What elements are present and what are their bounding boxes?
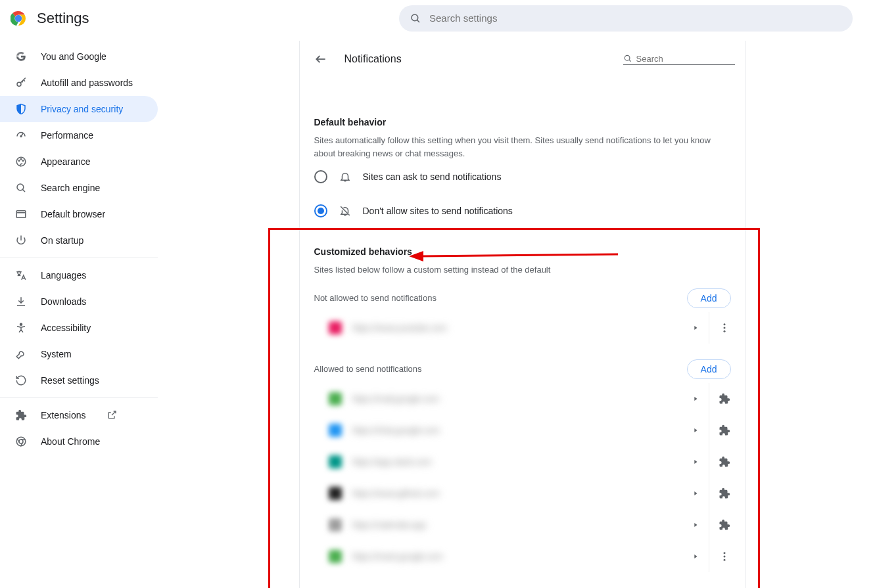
blocked-list-header: Not allowed to send notifications Add: [300, 277, 745, 312]
section-desc: Sites listed below follow a custom setti…: [314, 263, 731, 277]
svg-point-5: [17, 82, 21, 86]
sidebar-item-downloads[interactable]: Downloads: [0, 288, 158, 315]
svg-rect-14: [16, 211, 26, 218]
site-favicon-icon: [329, 321, 342, 334]
site-row[interactable]: https://meet.google.com: [300, 541, 745, 572]
sidebar-item-label: Reset settings: [41, 375, 99, 386]
radio-button[interactable]: [314, 170, 327, 183]
sidebar-item-default-browser[interactable]: Default browser: [0, 201, 158, 227]
site-url: https://calendar.app: [352, 520, 426, 530]
sidebar-item-you-and-google[interactable]: You and Google: [0, 43, 158, 70]
download-icon: [14, 295, 28, 308]
svg-point-2: [16, 16, 21, 21]
page-search-box[interactable]: [623, 54, 735, 65]
sidebar-item-label: Extensions: [41, 410, 85, 420]
sidebar-item-performance[interactable]: Performance: [0, 122, 158, 148]
svg-point-10: [20, 159, 22, 160]
site-favicon-icon: [329, 487, 342, 500]
speedometer-icon: [14, 129, 28, 142]
expand-caret-icon[interactable]: [682, 396, 709, 402]
search-settings-box[interactable]: [399, 5, 853, 32]
back-button[interactable]: [310, 49, 331, 70]
allowed-label: Allowed to send notifications: [314, 364, 422, 374]
sidebar-item-system[interactable]: System: [0, 341, 158, 367]
sidebar-item-reset-settings[interactable]: Reset settings: [0, 367, 158, 394]
expand-caret-icon[interactable]: [682, 459, 709, 465]
site-row[interactable]: https://www.youtube.com: [300, 312, 745, 344]
site-row[interactable]: https://chat.google.com: [300, 415, 745, 446]
site-row[interactable]: https://calendar.app: [300, 509, 745, 541]
sidebar-item-label: Accessibility: [41, 323, 91, 333]
sidebar-item-label: Appearance: [41, 156, 91, 167]
page-search-input[interactable]: [636, 54, 735, 64]
radio-option[interactable]: Sites can ask to send notifications: [314, 160, 731, 194]
sidebar-item-label: You and Google: [41, 51, 106, 62]
site-row[interactable]: https://mail.google.com: [300, 383, 745, 415]
expand-caret-icon[interactable]: [682, 427, 709, 434]
site-row[interactable]: https://www.github.com: [300, 478, 745, 509]
svg-point-30: [724, 552, 726, 554]
section-customized-behaviors: Customized behaviors Sites listed below …: [300, 228, 745, 277]
power-icon: [14, 234, 28, 247]
chrome-logo-icon: [11, 11, 26, 26]
sidebar-item-appearance[interactable]: Appearance: [0, 148, 158, 175]
site-favicon-icon: [329, 455, 342, 468]
radio-label: Sites can ask to send notifications: [363, 171, 502, 182]
google-icon: [14, 50, 28, 63]
sidebar-item-languages[interactable]: Languages: [0, 262, 158, 288]
svg-point-24: [625, 55, 630, 60]
sidebar-item-accessibility[interactable]: Accessibility: [0, 315, 158, 341]
site-favicon-icon: [329, 550, 342, 563]
site-url: https://meet.google.com: [352, 551, 443, 562]
svg-point-27: [724, 323, 726, 325]
reset-icon: [14, 374, 28, 387]
svg-point-28: [724, 327, 726, 328]
shield-icon: [14, 102, 28, 116]
accessibility-icon: [14, 321, 28, 334]
extension-icon: [14, 409, 28, 422]
svg-line-4: [417, 20, 419, 22]
section-title: Default behavior: [314, 117, 731, 127]
svg-point-12: [17, 184, 24, 191]
app-title: Settings: [37, 10, 89, 27]
sidebar-item-autofill-and-passwords[interactable]: Autofill and passwords: [0, 70, 158, 96]
expand-caret-icon[interactable]: [682, 522, 709, 528]
svg-point-9: [18, 160, 20, 162]
site-url: https://mail.google.com: [352, 394, 439, 404]
search-settings-input[interactable]: [429, 12, 842, 24]
search-icon: [623, 54, 632, 63]
add-allowed-button[interactable]: Add: [687, 359, 731, 379]
expand-caret-icon[interactable]: [682, 325, 709, 331]
site-url: https://app.slack.com: [352, 457, 432, 467]
add-blocked-button[interactable]: Add: [687, 288, 731, 308]
search-icon: [14, 181, 28, 194]
expand-caret-icon[interactable]: [682, 553, 709, 560]
site-row[interactable]: https://app.slack.com: [300, 446, 745, 478]
chrome-icon: [14, 435, 28, 448]
expand-caret-icon[interactable]: [682, 490, 709, 497]
site-menu-button[interactable]: [709, 541, 740, 572]
sidebar-item-search-engine[interactable]: Search engine: [0, 175, 158, 201]
sidebar-item-label: Autofill and passwords: [41, 78, 133, 88]
app-header: Settings: [0, 0, 875, 37]
sidebar-item-label: Privacy and security: [41, 104, 123, 114]
site-url: https://www.github.com: [352, 488, 440, 499]
sidebar-item-extensions[interactable]: Extensions: [0, 402, 158, 428]
site-menu-button[interactable]: [709, 312, 740, 344]
sidebar-item-label: Search engine: [41, 183, 100, 193]
sidebar-item-about-chrome[interactable]: About Chrome: [0, 428, 158, 455]
site-extension-icon: [709, 383, 740, 415]
sidebar-item-label: Performance: [41, 130, 93, 141]
sidebar-item-label: System: [41, 349, 72, 359]
section-default-behavior: Default behavior Sites automatically fol…: [300, 78, 745, 228]
sidebar-item-label: Default browser: [41, 209, 105, 219]
svg-line-25: [628, 60, 630, 62]
sidebar-item-privacy-and-security[interactable]: Privacy and security: [0, 96, 158, 122]
radio-button[interactable]: [314, 204, 327, 217]
svg-point-3: [412, 14, 418, 21]
site-extension-icon: [709, 415, 740, 446]
sidebar-item-on-startup[interactable]: On startup: [0, 227, 158, 254]
sidebar-item-label: Languages: [41, 270, 86, 281]
radio-option[interactable]: Don't allow sites to send notifications: [314, 194, 731, 228]
site-extension-icon: [709, 446, 740, 478]
